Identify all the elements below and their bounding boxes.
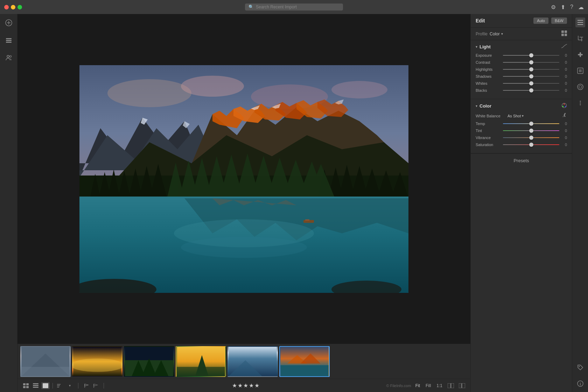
svg-marker-128 xyxy=(578,365,583,370)
contrast-slider[interactable] xyxy=(503,62,559,63)
tint-value: 0 xyxy=(561,129,567,133)
star-2[interactable]: ★ xyxy=(238,382,243,389)
svg-point-129 xyxy=(579,366,580,367)
filmstrip-thumb-1[interactable] xyxy=(20,346,71,377)
list-view-icon[interactable] xyxy=(31,382,40,389)
more-icon[interactable] xyxy=(575,98,585,108)
filter-icon[interactable]: ⚙ xyxy=(551,4,556,11)
svg-point-125 xyxy=(580,101,581,102)
sort-icon[interactable] xyxy=(56,382,64,389)
crop-icon[interactable] xyxy=(575,34,585,43)
cloud-icon[interactable]: ☁ xyxy=(578,4,584,11)
color-wheel-icon[interactable] xyxy=(561,103,567,109)
svg-point-124 xyxy=(579,85,582,88)
star-3[interactable]: ★ xyxy=(243,382,248,389)
white-balance-row: White Balance As Shot ▾ xyxy=(476,113,567,119)
mask-icon[interactable] xyxy=(575,66,585,76)
color-collapse-icon[interactable]: ▾ xyxy=(476,104,477,108)
people-icon[interactable] xyxy=(4,53,14,63)
minimize-button[interactable] xyxy=(11,5,15,9)
heal-icon[interactable] xyxy=(575,50,585,60)
loupe-icon[interactable] xyxy=(458,382,466,389)
light-section-title: Light xyxy=(479,44,559,49)
svg-rect-97 xyxy=(448,383,450,388)
filmstrip-thumb-4[interactable] xyxy=(176,346,226,377)
copyright-text: © FileInfo.com xyxy=(386,384,411,388)
contrast-row: Contrast 0 xyxy=(476,60,567,64)
highlights-value: 0 xyxy=(561,67,567,71)
zoom-fit[interactable]: Fit xyxy=(414,383,421,389)
presets-label[interactable]: Presets xyxy=(513,158,529,163)
svg-rect-5 xyxy=(6,42,12,43)
svg-rect-88 xyxy=(33,387,38,388)
exposure-slider[interactable] xyxy=(503,55,559,56)
highlights-row: Highlights 0 xyxy=(476,67,567,71)
whites-slider[interactable] xyxy=(503,83,559,84)
temp-row: Temp 0 xyxy=(476,122,567,126)
saturation-slider[interactable] xyxy=(503,144,559,145)
help-icon[interactable]: ? xyxy=(570,4,573,10)
search-placeholder: Search Recent Import xyxy=(256,5,297,9)
filmstrip-thumb-6[interactable] xyxy=(279,346,330,377)
svg-rect-99 xyxy=(459,383,461,388)
highlights-slider[interactable] xyxy=(503,69,559,70)
grid-view-icon[interactable] xyxy=(22,382,30,389)
white-balance-value: As Shot xyxy=(507,114,521,118)
saturation-row: Saturation 0 xyxy=(476,143,567,147)
light-collapse-icon[interactable]: ▾ xyxy=(476,45,477,49)
profile-label: Profile xyxy=(476,32,488,36)
blacks-slider[interactable] xyxy=(503,90,559,91)
zoom-1to1[interactable]: 1:1 xyxy=(435,383,444,389)
tag-icon[interactable] xyxy=(575,363,585,372)
edit-header: Edit Auto B&W xyxy=(471,14,572,28)
optics-icon[interactable] xyxy=(575,82,585,92)
sort-dropdown-icon[interactable]: ▾ xyxy=(65,382,74,389)
filmstrip-thumb-2[interactable] xyxy=(72,346,122,377)
svg-point-9 xyxy=(107,79,191,107)
svg-rect-102 xyxy=(565,30,567,33)
profile-grid-icon[interactable] xyxy=(561,30,567,37)
light-curve-icon[interactable] xyxy=(561,44,567,50)
white-balance-dropdown[interactable]: As Shot ▾ xyxy=(507,114,524,118)
shadows-slider[interactable] xyxy=(503,76,559,77)
zoom-fill[interactable]: Fill xyxy=(424,383,432,389)
compare-icon[interactable] xyxy=(447,382,455,389)
search-icon: 🔍 xyxy=(248,5,254,9)
close-button[interactable] xyxy=(4,5,9,9)
filmstrip-thumb-5[interactable] xyxy=(227,346,278,377)
flag-buttons xyxy=(83,382,99,389)
add-button[interactable] xyxy=(4,18,14,28)
maximize-button[interactable] xyxy=(18,5,22,9)
svg-rect-103 xyxy=(561,34,564,36)
star-1[interactable]: ★ xyxy=(232,382,237,389)
svg-rect-104 xyxy=(565,34,567,36)
svg-line-111 xyxy=(563,116,564,117)
profile-dropdown[interactable]: Color ▾ xyxy=(490,32,503,36)
upload-icon[interactable]: ⬆ xyxy=(561,4,565,11)
reject-icon[interactable] xyxy=(92,382,99,389)
contrast-value: 0 xyxy=(561,60,567,64)
tint-row: Tint 0 xyxy=(476,129,567,133)
eyedropper-icon[interactable] xyxy=(562,113,567,119)
vibrance-slider[interactable] xyxy=(503,137,559,138)
star-5[interactable]: ★ xyxy=(254,382,259,389)
svg-rect-82 xyxy=(23,383,26,385)
temp-slider[interactable] xyxy=(503,123,559,124)
filmstrip-thumb-3[interactable] xyxy=(124,346,174,377)
svg-rect-81 xyxy=(280,365,328,376)
bw-button[interactable]: B&W xyxy=(551,18,567,24)
tint-slider[interactable] xyxy=(503,130,559,131)
svg-point-123 xyxy=(578,84,583,90)
search-bar[interactable]: 🔍 Search Recent Import xyxy=(245,4,343,11)
single-view-icon[interactable] xyxy=(41,382,50,389)
info-icon[interactable]: i xyxy=(575,379,585,388)
flag-icon[interactable] xyxy=(83,382,90,389)
photo-view xyxy=(18,14,470,344)
auto-button[interactable]: Auto xyxy=(533,18,548,24)
titlebar: 🔍 Search Recent Import ⚙ ⬆ ? ☁ xyxy=(0,0,588,14)
svg-text:i: i xyxy=(580,382,581,386)
edit-tools-icon[interactable] xyxy=(575,18,585,27)
library-icon[interactable] xyxy=(4,35,14,46)
separator-2 xyxy=(78,383,78,388)
star-4[interactable]: ★ xyxy=(249,382,254,389)
